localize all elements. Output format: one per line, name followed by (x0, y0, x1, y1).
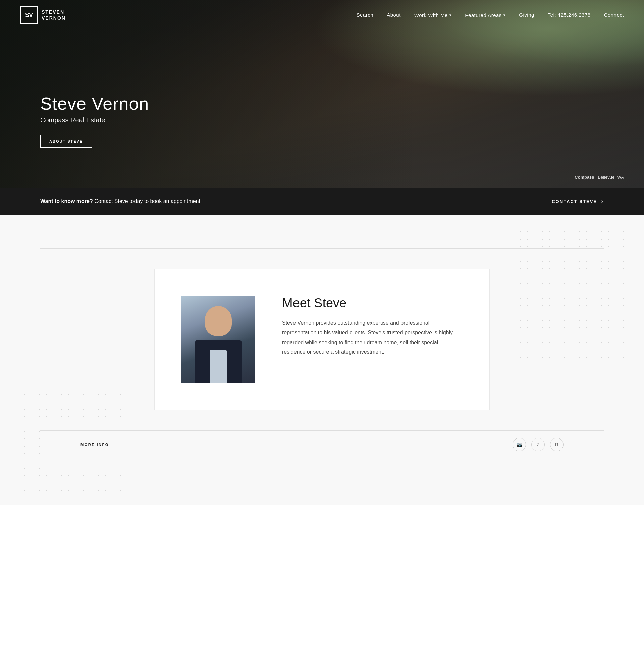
contact-banner-bold: Want to know more? (40, 198, 93, 204)
meet-section: Meet Steve Steve Vernon provides outstan… (0, 215, 644, 505)
instagram-symbol: 📷 (517, 442, 522, 447)
nav-item-search[interactable]: Search (357, 12, 374, 18)
contact-steve-cta[interactable]: CONTACT STEVE › (552, 198, 604, 205)
nav-link-featured[interactable]: Featured Areas (465, 12, 505, 18)
meet-heading: Meet Steve (282, 296, 463, 310)
nav-item-connect[interactable]: Connect (604, 12, 624, 18)
nav-link-about[interactable]: About (387, 12, 401, 18)
nav-link-giving[interactable]: Giving (519, 12, 534, 18)
more-info-bar: MORE INFO 📷 Z R (40, 431, 604, 471)
meet-text: Meet Steve Steve Vernon provides outstan… (282, 296, 463, 357)
nav-link-phone[interactable]: Tel: 425.246.2378 (548, 12, 591, 18)
zillow-icon[interactable]: Z (531, 438, 545, 451)
nav-item-featured[interactable]: Featured Areas (465, 12, 505, 18)
photo-head (205, 306, 232, 336)
contact-banner-text: Want to know more? Contact Steve today t… (40, 198, 202, 204)
compass-badge: Compass · Bellevue, WA (575, 175, 624, 180)
hero-subtitle: Compass Real Estate (40, 116, 149, 124)
logo-name-line1: STEVEN (42, 9, 66, 15)
nav-link-connect[interactable]: Connect (604, 12, 624, 18)
compass-location: Bellevue, WA (598, 175, 624, 180)
meet-inner-card: Meet Steve Steve Vernon provides outstan… (154, 269, 490, 410)
nav-links: Search About Work With Me Featured Areas… (357, 12, 624, 18)
social-icons: 📷 Z R (513, 438, 564, 451)
hero-name: Steve Vernon (40, 93, 149, 114)
nav-item-work[interactable]: Work With Me (414, 12, 451, 18)
about-steve-button[interactable]: ABOUT STEVE (40, 135, 92, 148)
arrow-right-icon: › (601, 198, 604, 205)
top-divider (40, 248, 604, 249)
contact-banner: Want to know more? Contact Steve today t… (0, 188, 644, 215)
realtor-symbol: R (555, 442, 558, 447)
compass-label: Compass (575, 175, 594, 180)
steve-photo (181, 296, 255, 383)
logo-box: SV (20, 7, 38, 24)
nav-item-giving[interactable]: Giving (519, 12, 534, 18)
meet-description: Steve Vernon provides outstanding expert… (282, 318, 463, 357)
navbar: SV STEVEN VERNON Search About Work With … (0, 0, 644, 30)
nav-item-phone[interactable]: Tel: 425.246.2378 (548, 12, 591, 18)
nav-link-work[interactable]: Work With Me (414, 12, 451, 18)
logo-name-line2: VERNON (42, 15, 66, 21)
instagram-icon[interactable]: 📷 (513, 438, 526, 451)
logo-area[interactable]: SV STEVEN VERNON (20, 7, 66, 24)
logo-initials: SV (25, 12, 33, 19)
nav-link-search[interactable]: Search (357, 12, 374, 18)
logo-text: STEVEN VERNON (42, 9, 66, 21)
more-info-link[interactable]: MORE INFO (80, 443, 109, 446)
contact-steve-label: CONTACT STEVE (552, 199, 597, 204)
contact-banner-rest: Contact Steve today to book an appointme… (94, 198, 202, 204)
hero-content: Steve Vernon Compass Real Estate ABOUT S… (40, 93, 149, 148)
realtor-icon[interactable]: R (550, 438, 564, 451)
zillow-symbol: Z (537, 442, 540, 447)
nav-item-about[interactable]: About (387, 12, 401, 18)
photo-shirt (210, 350, 227, 383)
